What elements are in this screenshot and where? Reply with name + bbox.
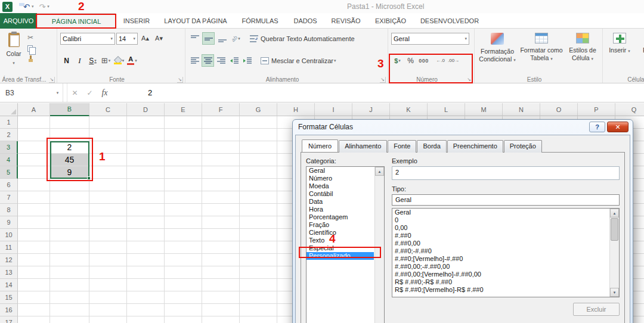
format-item-7[interactable]: #.##0,00;-#.##0,00 <box>392 263 609 271</box>
cell-a13[interactable] <box>18 266 50 279</box>
scroll-up-icon[interactable]: ▲ <box>375 167 384 176</box>
row-header-15[interactable]: 15 <box>0 291 18 304</box>
format-item-9[interactable]: R$ #.##0;-R$ #.##0 <box>392 278 609 286</box>
cell-b2[interactable] <box>50 129 89 141</box>
category-item-numero[interactable]: Número <box>306 175 374 182</box>
cell-d16[interactable] <box>127 304 165 316</box>
font-family-select[interactable]: Calibri▾ <box>60 33 115 45</box>
cell-c2[interactable] <box>89 129 127 141</box>
row-header-6[interactable]: 6 <box>0 179 18 191</box>
cell-e11[interactable] <box>165 241 202 254</box>
column-header-m[interactable]: M <box>465 103 503 116</box>
font-size-select[interactable]: 14▾ <box>116 33 138 45</box>
font-dialog-launcher[interactable]: ↘ <box>177 77 183 83</box>
cell-c5[interactable] <box>89 166 127 179</box>
column-header-a[interactable]: A <box>18 103 50 116</box>
align-top-button[interactable] <box>188 32 201 45</box>
cancel-entry-button[interactable]: ✕ <box>67 83 82 102</box>
format-item-0[interactable]: Geral <box>392 209 609 216</box>
cell-a6[interactable] <box>18 179 50 191</box>
cell-f2[interactable] <box>202 129 240 141</box>
cell-d6[interactable] <box>127 179 165 191</box>
category-item-especial[interactable]: Especial <box>306 244 374 252</box>
cell-a17[interactable] <box>18 316 50 323</box>
cell-c8[interactable] <box>89 204 127 216</box>
cell-a16[interactable] <box>18 304 50 316</box>
tab-pagina-inicial[interactable]: PÁGINA INICIAL <box>37 13 116 29</box>
increase-font-button[interactable]: A▴ <box>139 32 151 45</box>
scroll-down-icon[interactable]: ▼ <box>610 288 619 297</box>
column-header-c[interactable]: C <box>89 103 127 116</box>
cell-b10[interactable] <box>50 229 89 241</box>
column-header-j[interactable]: J <box>352 103 390 116</box>
row-header-16[interactable]: 16 <box>0 304 18 316</box>
insert-cells-button[interactable]: Inserir ▾ <box>603 29 636 74</box>
column-header-p[interactable]: P <box>578 103 615 116</box>
format-listbox[interactable]: Geral00,00#.##0#.##0,00#.##0;-#.##0#.##0… <box>392 208 620 297</box>
scroll-up-icon[interactable]: ▲ <box>610 209 619 218</box>
name-box-caret-icon[interactable]: ▾ <box>52 91 63 95</box>
cell-a2[interactable] <box>18 129 50 141</box>
cell-g6[interactable] <box>240 179 277 191</box>
row-header-10[interactable]: 10 <box>0 229 18 241</box>
column-header-g[interactable]: G <box>240 103 277 116</box>
select-all-button[interactable] <box>0 103 18 116</box>
delete-format-button[interactable]: Excluir <box>573 303 620 316</box>
cell-d14[interactable] <box>127 279 165 291</box>
column-header-h[interactable]: H <box>277 103 315 116</box>
row-header-1[interactable]: 1 <box>0 116 18 129</box>
tab-formulas[interactable]: FÓRMULAS <box>234 13 286 29</box>
cell-g13[interactable] <box>240 266 277 279</box>
accounting-format-button[interactable]: $▾ <box>391 54 404 67</box>
undo-caret-icon[interactable]: ▾ <box>32 4 34 9</box>
delete-cells-button[interactable]: Excluir ▾ <box>637 29 644 74</box>
cell-a1[interactable] <box>18 116 50 129</box>
format-item-4[interactable]: #.##0,00 <box>392 240 609 247</box>
comma-style-button[interactable]: 000 <box>417 54 430 67</box>
cell-a4[interactable] <box>18 154 50 166</box>
cell-g11[interactable] <box>240 241 277 254</box>
cell-f7[interactable] <box>202 191 240 204</box>
insert-function-button[interactable]: fx <box>97 83 112 102</box>
italic-button[interactable]: I <box>73 54 86 67</box>
cell-b17[interactable] <box>50 316 89 323</box>
dialog-tab-preenchimento[interactable]: Preenchimento <box>447 140 503 153</box>
cell-b1[interactable] <box>50 116 89 129</box>
cell-g15[interactable] <box>240 291 277 304</box>
type-input[interactable]: Geral <box>392 194 620 206</box>
dialog-tab-protecao[interactable]: Proteção <box>504 140 542 153</box>
format-item-10[interactable]: R$ #.##0;[Vermelho]-R$ #.##0 <box>392 286 609 294</box>
cell-a11[interactable] <box>18 241 50 254</box>
cell-g8[interactable] <box>240 204 277 216</box>
row-header-8[interactable]: 8 <box>0 204 18 216</box>
cell-e14[interactable] <box>165 279 202 291</box>
cell-d8[interactable] <box>127 204 165 216</box>
cell-e13[interactable] <box>165 266 202 279</box>
cell-a8[interactable] <box>18 204 50 216</box>
cell-d1[interactable] <box>127 116 165 129</box>
align-left-button[interactable] <box>188 54 201 67</box>
cell-b16[interactable] <box>50 304 89 316</box>
column-header-d[interactable]: D <box>127 103 165 116</box>
decrease-indent-button[interactable] <box>228 54 240 67</box>
cell-g4[interactable] <box>240 154 277 166</box>
cell-e12[interactable] <box>165 254 202 266</box>
cell-f11[interactable] <box>202 241 240 254</box>
category-item-porcentagem[interactable]: Porcentagem <box>306 213 374 221</box>
orientation-button[interactable]: ab▾ <box>230 32 242 45</box>
align-middle-button[interactable] <box>202 32 215 45</box>
dialog-tab-alinhamento[interactable]: Alinhamento <box>339 140 387 153</box>
format-as-table-button[interactable]: Formatar como Tabela ▾ <box>520 29 563 74</box>
cell-g1[interactable] <box>240 116 277 129</box>
cell-c10[interactable] <box>89 229 127 241</box>
font-color-button[interactable]: A▾ <box>126 54 138 67</box>
dialog-close-button[interactable]: ✕ <box>607 122 628 132</box>
cell-g5[interactable] <box>240 166 277 179</box>
cell-e6[interactable] <box>165 179 202 191</box>
cell-b14[interactable] <box>50 279 89 291</box>
cell-e3[interactable] <box>165 141 202 154</box>
cell-e17[interactable] <box>165 316 202 323</box>
row-header-11[interactable]: 11 <box>0 241 18 254</box>
row-header-5[interactable]: 5 <box>0 166 18 179</box>
cell-g9[interactable] <box>240 216 277 229</box>
